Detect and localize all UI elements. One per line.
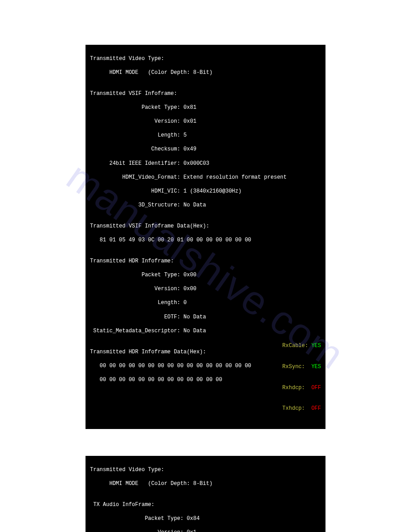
rxsync-label: RxSync: bbox=[283, 364, 308, 370]
terminal-panel-audio: Transmitted Video Type: HDMI MODE (Color… bbox=[86, 456, 325, 532]
tx-audio-infoframe-header: TX Audio InfoFrame: bbox=[90, 502, 321, 509]
aif-packet-type: Packet Type: 0x84 bbox=[90, 515, 321, 523]
txhdcp-label: Txhdcp: bbox=[283, 405, 308, 412]
rxcable-value: YES bbox=[311, 343, 321, 349]
vsif-video-format: HDMI_Video_Format: Extend resolution for… bbox=[90, 174, 321, 181]
vsif-length: Length: 5 bbox=[90, 132, 321, 139]
txhdcp-value: OFF bbox=[311, 405, 321, 412]
status-rxsync: RxSync: YES bbox=[283, 364, 321, 371]
hdr-packet-type: Packet Type: 0x00 bbox=[90, 272, 321, 279]
rxcable-label: RxCable: bbox=[283, 343, 308, 349]
hdr-version: Version: 0x00 bbox=[90, 286, 321, 293]
aif-version: Version: 0x1 bbox=[90, 529, 321, 532]
vsif-data-hex: 81 01 05 49 03 0C 00 20 01 00 00 00 00 0… bbox=[90, 237, 321, 244]
status-block: RxCable: YES RxSync: YES Rxhdcp: OFF Txh… bbox=[283, 329, 321, 426]
terminal-panel-vsif-hdr: Transmitted Video Type: HDMI MODE (Color… bbox=[86, 45, 325, 429]
rxsync-value: YES bbox=[311, 364, 321, 370]
rxhdcp-label: Rxhdcp: bbox=[283, 385, 308, 391]
hdmi-mode-line: HDMI MODE (Color Depth: 8-Bit) bbox=[90, 69, 321, 77]
hdr-eotf: EOTF: No Data bbox=[90, 314, 321, 321]
vsif-data-hex-header: Transmitted VSIF Infoframe Data(Hex): bbox=[90, 223, 321, 230]
vsif-version: Version: 0x01 bbox=[90, 118, 321, 125]
video-type-header: Transmitted Video Type: bbox=[90, 467, 321, 474]
vsif-hdmi-vic: HDMI_VIC: 1 (3840x2160@30Hz) bbox=[90, 188, 321, 195]
status-rxhdcp: Rxhdcp: OFF bbox=[283, 385, 321, 392]
rxhdcp-value: OFF bbox=[311, 385, 321, 391]
vsif-infoframe-header: Transmitted VSIF Infoframe: bbox=[90, 90, 321, 98]
video-type-header: Transmitted Video Type: bbox=[90, 56, 321, 63]
vsif-checksum: Checksum: 0x49 bbox=[90, 146, 321, 153]
status-txhdcp: Txhdcp: OFF bbox=[283, 405, 321, 412]
status-rxcable: RxCable: YES bbox=[283, 343, 321, 350]
hdr-length: Length: 0 bbox=[90, 300, 321, 307]
vsif-3d-structure: 3D_Structure: No Data bbox=[90, 202, 321, 209]
vsif-ieee-identifier: 24bit IEEE Identifier: 0x000C03 bbox=[90, 160, 321, 167]
hdmi-mode-line: HDMI MODE (Color Depth: 8-Bit) bbox=[90, 481, 321, 488]
vsif-packet-type: Packet Type: 0x81 bbox=[90, 104, 321, 112]
hdr-infoframe-header: Transmitted HDR Infoframe: bbox=[90, 258, 321, 265]
